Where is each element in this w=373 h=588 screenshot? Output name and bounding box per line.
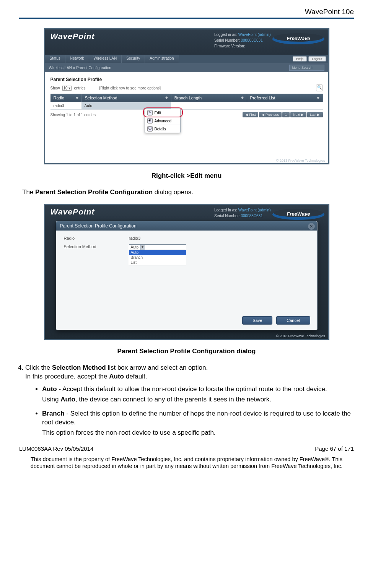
page-1[interactable]: 1 xyxy=(282,112,290,117)
radio-label: Radio xyxy=(64,236,129,240)
edit-icon: ✎ xyxy=(147,110,153,115)
table-header: Radio◆ Selection Method◆ Branch Length◆ … xyxy=(50,94,323,102)
nav-tabs: Status Network Wireless LAN Security Adm… xyxy=(45,55,328,63)
copyright: © 2013 FreeWave Technologies xyxy=(276,334,325,338)
th-branch-length[interactable]: Branch Length xyxy=(174,96,202,100)
opt-branch[interactable]: Branch xyxy=(129,255,186,260)
radio-value: radio3 xyxy=(129,236,141,240)
page-next[interactable]: Next ▶ xyxy=(290,112,306,117)
header-product: WavePoint 10e xyxy=(19,8,354,18)
th-preferred-list[interactable]: Preferred List xyxy=(250,96,275,100)
dialog-title: Parent Selection Profile Configuration ✕ xyxy=(56,221,317,231)
logout-button[interactable]: Logout xyxy=(308,56,326,62)
config-dialog: Parent Selection Profile Configuration ✕… xyxy=(56,221,318,330)
caption-2: Parent Selection Profile Configuration d… xyxy=(19,348,354,355)
opt-list[interactable]: List xyxy=(129,260,186,265)
cell-branch-length xyxy=(171,102,247,109)
help-button[interactable]: Help xyxy=(293,56,307,62)
screenshot-edit-menu: WavePoint Logged in as: WavePoint (admin… xyxy=(44,28,329,164)
header-rule xyxy=(19,18,354,19)
dropdown-list: Auto Branch List xyxy=(129,250,186,265)
tab-status[interactable]: Status xyxy=(45,55,65,63)
meta-logged-label: Logged in as: xyxy=(214,32,237,37)
breadcrumb-text: Wireless LAN » Parent Configuration xyxy=(49,66,111,70)
ctx-details[interactable]: ⓘDetails xyxy=(145,125,180,133)
entries-label: entries xyxy=(74,86,85,90)
wavepoint-logo: WavePoint xyxy=(50,32,95,41)
ctx-edit[interactable]: ✎Edit xyxy=(145,109,180,117)
doc-rev: LUM0063AA Rev 05/05/2014 xyxy=(19,445,93,452)
selection-method-dropdown[interactable]: Auto▾ Auto Branch List xyxy=(129,244,186,265)
page-prev[interactable]: ◀ Previous xyxy=(259,112,282,117)
wavepoint-logo: WavePoint xyxy=(50,207,95,216)
breadcrumb: Wireless LAN » Parent Configuration Menu… xyxy=(45,63,328,72)
tab-network[interactable]: Network xyxy=(65,55,89,63)
footer-row: LUM0063AA Rev 05/05/2014 Page 67 of 171 xyxy=(19,445,354,452)
close-icon[interactable]: ✕ xyxy=(308,223,315,230)
save-button[interactable]: Save xyxy=(242,316,272,325)
svg-text:FreeWave: FreeWave xyxy=(287,36,310,41)
step-4: Click the Selection Method list box arro… xyxy=(25,364,354,437)
table-row[interactable]: radio3 Auto - xyxy=(50,102,323,110)
freewave-logo: FreeWave xyxy=(272,206,325,223)
page-number: Page 67 of 171 xyxy=(315,445,354,452)
tab-security[interactable]: Security xyxy=(122,55,145,63)
show-label: Show xyxy=(50,86,60,90)
panel-title: Parent Selection Profile xyxy=(50,77,323,82)
cell-preferred-list: - xyxy=(247,102,323,109)
meta-serial-value: 000083C631 xyxy=(241,38,262,42)
step-list: Click the Selection Method list box arro… xyxy=(25,364,354,437)
search-icon[interactable]: 🔍 xyxy=(316,84,323,91)
header-meta: Logged in as: WavePoint (admin) Serial N… xyxy=(214,207,271,219)
freewave-logo: FreeWave xyxy=(272,31,325,47)
opt-auto[interactable]: Auto xyxy=(129,250,186,255)
meta-fw-label: Firmware Version: xyxy=(214,44,245,48)
th-selection-method[interactable]: Selection Method xyxy=(85,96,117,100)
advanced-icon: ◉ xyxy=(147,118,153,123)
caption-1: Right-click >Edit menu xyxy=(19,172,354,180)
cell-radio: radio3 xyxy=(50,102,81,109)
meta-logged-value: WavePoint (admin) xyxy=(238,32,271,37)
page-first[interactable]: ◀ First xyxy=(243,112,258,117)
ctx-advanced[interactable]: ◉Advanced xyxy=(145,117,180,125)
bullet-auto: Auto - Accept this default to allow the … xyxy=(42,385,354,404)
th-radio[interactable]: Radio xyxy=(54,96,65,100)
pagination: ◀ First ◀ Previous 1 Next ▶ Last ▶ xyxy=(243,112,323,117)
selection-method-label: Selection Method xyxy=(64,244,129,249)
menu-search[interactable]: Menu Search xyxy=(289,65,324,71)
details-icon: ⓘ xyxy=(147,126,153,132)
footer-rule xyxy=(19,443,354,443)
chevron-down-icon: ▾ xyxy=(140,245,145,250)
page-last[interactable]: Last ▶ xyxy=(307,112,323,117)
entries-select[interactable]: 10 ▾ xyxy=(62,86,72,91)
screenshot-config-dialog: WavePoint Logged in as: WavePoint (admin… xyxy=(44,204,329,340)
tab-administration[interactable]: Administration xyxy=(145,55,179,63)
copyright: © 2013 FreeWave Technologies xyxy=(276,159,325,162)
svg-text:FreeWave: FreeWave xyxy=(287,211,310,217)
table-info: Showing 1 to 1 of 1 entries xyxy=(50,113,96,117)
cancel-button[interactable]: Cancel xyxy=(276,316,310,325)
rightclick-hint: [Right click row to see more options] xyxy=(99,86,161,90)
context-menu: ✎Edit ◉Advanced ⓘDetails xyxy=(145,109,181,133)
dialog-opens-text: The Parent Selection Profile Configurati… xyxy=(22,188,354,197)
bullet-branch: Branch - Select this option to define th… xyxy=(42,409,354,437)
footer-notice: This document is the property of FreeWav… xyxy=(19,456,354,470)
tab-wireless-lan[interactable]: Wireless LAN xyxy=(89,55,122,63)
meta-serial-label: Serial Number: xyxy=(214,38,240,42)
header-meta: Logged in as: WavePoint (admin) Serial N… xyxy=(214,32,271,49)
